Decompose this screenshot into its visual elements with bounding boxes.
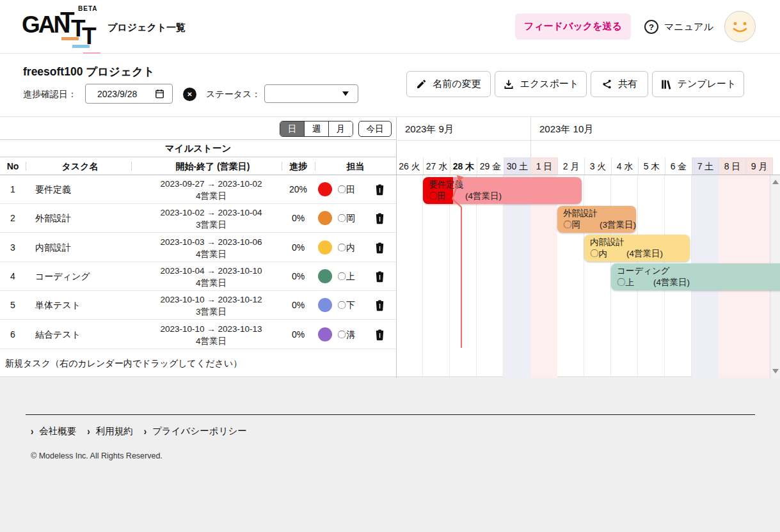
day-cell: 4 水	[611, 157, 638, 175]
delete-task-button[interactable]	[375, 212, 386, 225]
app-logo[interactable]: GAN T T T BETA	[22, 6, 105, 52]
trash-icon	[375, 270, 385, 283]
calendar-body[interactable]: 要件定義 〇田(4営業日) 外部設計 〇岡(3営業日) 内部設計 〇内(4営業日…	[396, 175, 780, 378]
delete-task-button[interactable]	[375, 183, 386, 196]
task-name: 単体テスト	[35, 291, 81, 320]
scroll-down-icon[interactable]	[772, 369, 779, 373]
delete-task-button[interactable]	[375, 241, 386, 254]
logo-underline-blue	[72, 45, 90, 48]
assignee-name: 〇内	[337, 233, 355, 262]
feedback-button[interactable]: フィードバックを送る	[515, 13, 631, 40]
manual-label: マニュアル	[664, 21, 713, 33]
gantt-bar-task4[interactable]: コーディング 〇上(4営業日)	[611, 263, 780, 290]
footer-link-terms[interactable]: › 利用規約	[87, 425, 132, 437]
view-switcher: 日 週 月	[280, 121, 353, 137]
progress-date-input[interactable]: 2023/9/28	[85, 84, 173, 104]
page-title: プロジェクト一覧	[107, 22, 186, 34]
gantt-bar-task2[interactable]: 外部設計 〇岡(3営業日)	[557, 206, 636, 233]
trash-icon	[375, 184, 385, 196]
day-cell: 26 火	[396, 157, 423, 175]
day-cell-today: 28 木	[450, 157, 477, 175]
new-task-hint: 新規タスク（右のカレンダー内でドラッグしてください）	[0, 349, 396, 377]
col-assignee: 担当	[315, 157, 396, 175]
today-button[interactable]: 今日	[358, 121, 392, 137]
share-button[interactable]: 共有	[591, 71, 648, 97]
table-row: 6 結合テスト 2023-10-10 → 2023-10-134営業日 0% 〇…	[0, 320, 396, 349]
task-progress: 0%	[282, 204, 315, 233]
table-row: 3 内部設計 2023-10-03 → 2023-10-064営業日 0% 〇内	[0, 233, 396, 262]
scroll-up-icon[interactable]	[772, 180, 779, 184]
trash-icon	[375, 212, 385, 224]
day-cell: 10	[772, 157, 780, 175]
day-cell-saturday: 30 土	[504, 157, 530, 175]
tab-day[interactable]: 日	[280, 121, 305, 136]
footer-link-privacy[interactable]: › プライバシーポリシー	[144, 425, 247, 437]
assignee-color-dot	[318, 182, 332, 196]
task-dates: 2023-10-10 → 2023-10-123営業日	[131, 293, 291, 318]
day-cell: 5 木	[638, 157, 665, 175]
project-title: freesoft100 プロジェクト	[23, 64, 155, 79]
table-row: 4 コーディング 2023-10-04 → 2023-10-104営業日 0% …	[0, 262, 396, 291]
delete-task-button[interactable]	[375, 328, 386, 341]
progress-date-value: 2023/9/28	[97, 89, 137, 99]
day-cell-sunday: 1 日	[530, 157, 557, 175]
gantt-app: GAN T T T BETA プロジェクト一覧 フィードバックを送る ? マニュ…	[0, 0, 780, 532]
task-progress: 0%	[282, 262, 315, 291]
task-name: 内部設計	[35, 233, 71, 262]
col-task: タスク名	[26, 157, 134, 175]
milestone-header: マイルストーン	[0, 139, 396, 157]
table-row: 1 要件定義 2023-09-27 → 2023-10-024営業日 20% 〇…	[0, 175, 396, 204]
manual-link[interactable]: ? マニュアル	[644, 20, 713, 34]
assignee-color-dot	[318, 269, 332, 283]
trash-icon	[375, 299, 385, 311]
task-progress: 20%	[282, 175, 315, 204]
tab-week[interactable]: 週	[305, 121, 329, 136]
task-dates: 2023-09-27 → 2023-10-024営業日	[131, 178, 291, 202]
task-progress: 0%	[282, 291, 315, 320]
gantt-bar-task3[interactable]: 内部設計 〇内(4営業日)	[584, 235, 690, 262]
day-cell-saturday: 7 土	[692, 157, 719, 175]
clear-status-button[interactable]: ✕	[183, 88, 196, 101]
trash-icon	[375, 242, 385, 254]
assignee-name: 〇上	[337, 262, 355, 291]
assignee-name: 〇下	[337, 291, 355, 320]
day-cell: 29 金	[477, 157, 504, 175]
copyright: © Modeless Inc. All Rights Reserved.	[31, 451, 163, 460]
day-cell-sunday: 8 日	[719, 157, 745, 175]
download-icon	[503, 79, 514, 90]
project-header: freesoft100 プロジェクト 進捗確認日： 2023/9/28 ✕ ステ…	[0, 54, 780, 116]
delete-task-button[interactable]	[375, 270, 386, 283]
smiley-icon	[725, 12, 755, 42]
delete-task-button[interactable]	[375, 299, 386, 312]
status-select[interactable]	[264, 84, 358, 103]
task-dates: 2023-10-02 → 2023-10-043営業日	[131, 207, 291, 231]
day-cell: 6 金	[665, 157, 692, 175]
books-icon	[660, 79, 672, 90]
col-no: No	[0, 157, 26, 175]
task-dates: 2023-10-03 → 2023-10-064営業日	[131, 236, 291, 260]
export-button[interactable]: エクスポート	[495, 71, 587, 97]
tab-month[interactable]: 月	[329, 121, 353, 136]
assignee-name: 〇田	[337, 175, 355, 204]
help-icon: ?	[644, 20, 658, 34]
avatar[interactable]	[724, 11, 756, 42]
template-button[interactable]: テンプレート	[652, 71, 744, 97]
footer-divider	[26, 414, 755, 415]
task-name: 結合テスト	[35, 320, 81, 349]
chevron-right-icon: ›	[144, 426, 147, 437]
day-cell: 27 水	[423, 157, 450, 175]
share-icon	[601, 79, 612, 90]
day-cell-holiday: 9 月	[745, 157, 772, 175]
assignee-color-dot	[318, 211, 332, 225]
col-progress: 進捗	[282, 157, 315, 175]
assignee-name: 〇溝	[337, 320, 355, 349]
task-name: 要件定義	[35, 175, 71, 204]
table-row: 5 単体テスト 2023-10-10 → 2023-10-123営業日 0% 〇…	[0, 291, 396, 320]
month-label-september: 2023年 9月	[405, 123, 454, 136]
progress-date-label: 進捗確認日：	[23, 89, 77, 100]
logo-underline-orange	[61, 37, 79, 40]
gantt-bar-task1[interactable]: 要件定義 〇田(4営業日)	[423, 177, 582, 204]
footer-nav: › 会社概要 › 利用規約 › プライバシーポリシー	[31, 425, 247, 437]
footer-link-company[interactable]: › 会社概要	[31, 425, 76, 437]
rename-button[interactable]: 名前の変更	[406, 71, 491, 97]
